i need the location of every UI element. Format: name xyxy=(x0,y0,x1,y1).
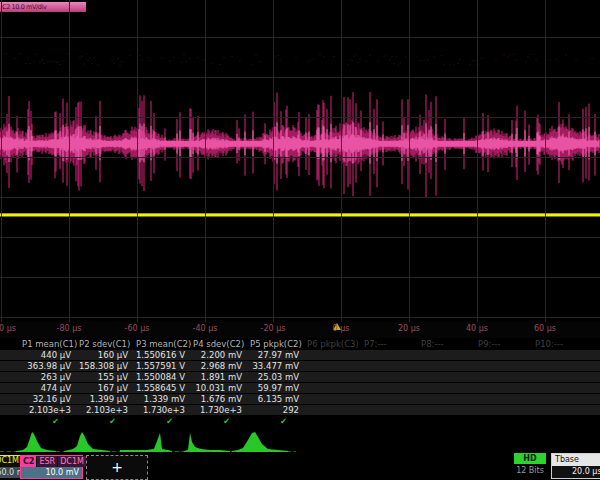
c2-channel-badge: C2 xyxy=(21,456,36,467)
table-row: 263 µV155 µV1.550084 V1.891 mV25.03 mV xyxy=(0,372,600,383)
grid-vline xyxy=(137,0,138,322)
histicon-shape xyxy=(184,433,230,452)
param-value xyxy=(305,350,362,360)
param-value xyxy=(476,361,533,371)
param-value: 1.730e+3 xyxy=(191,405,248,415)
param-status-check: ✔ xyxy=(191,416,248,427)
param-header[interactable]: P4 sdev(C2) xyxy=(191,339,248,350)
hd-bits-label: 12 Bits xyxy=(510,466,550,475)
table-row: 440 µV160 µV1.550616 V2.200 mV27.97 mV xyxy=(0,350,600,361)
timebase-scale: 20.0 µs/div xyxy=(552,466,600,478)
param-header[interactable]: P6 pkpk(C3) xyxy=(305,339,362,350)
param-value: 25.03 mV xyxy=(248,372,305,382)
param-header[interactable]: P2 sdev(C1) xyxy=(77,339,134,350)
grid-vline xyxy=(273,0,274,322)
param-value xyxy=(476,405,533,415)
time-ruler-label: 20 µs xyxy=(398,324,420,333)
param-value: 440 µV xyxy=(20,350,77,360)
param-value: 160 µV xyxy=(77,350,134,360)
table-row: 363.98 µV158.308 µV1.557591 V2.968 mV33.… xyxy=(0,361,600,372)
param-value xyxy=(533,350,590,360)
time-ruler: -100 µs-80 µs-60 µs-40 µs-20 µs0 µs20 µs… xyxy=(0,322,600,338)
histicon-p1[interactable] xyxy=(16,430,56,452)
c2-trace-label[interactable]: C2 10.0 mV/div xyxy=(0,2,86,12)
oscilloscope-screen: C2 10.0 mV/div -100 µs-80 µs-60 µs-40 µs… xyxy=(0,0,600,480)
param-header[interactable]: P1 mean(C1) xyxy=(20,339,77,350)
param-value xyxy=(362,372,419,382)
graticule[interactable]: C2 10.0 mV/div xyxy=(0,0,600,322)
bottom-bar: DC1M 50.0 mV C2 ESR DC1M 10.0 mV + HD 12… xyxy=(0,455,600,480)
param-header[interactable]: P9:--- xyxy=(476,339,533,350)
param-status-check xyxy=(362,416,419,427)
param-status-check: ✔ xyxy=(248,416,305,427)
param-status-check xyxy=(419,416,476,427)
c2-descriptor[interactable]: C2 ESR DC1M 10.0 mV xyxy=(20,455,83,479)
add-trace-button[interactable]: + xyxy=(86,455,148,480)
param-value xyxy=(476,383,533,393)
grid-vline xyxy=(69,0,70,322)
param-value xyxy=(305,405,362,415)
param-header[interactable]: P5 pkpk(C2) xyxy=(248,339,305,350)
param-value: 167 µV xyxy=(77,383,134,393)
grid-vline xyxy=(1,0,2,322)
grid-hline xyxy=(0,277,600,278)
histicon-shape xyxy=(120,433,172,452)
param-value: 158.308 µV xyxy=(77,361,134,371)
param-value: 2.200 mV xyxy=(191,350,248,360)
timebase-title: Tbase xyxy=(552,454,600,466)
param-status-check xyxy=(305,416,362,427)
histicon-p4[interactable] xyxy=(184,430,230,452)
time-ruler-label: -40 µs xyxy=(193,324,218,333)
grid-vline xyxy=(409,0,410,322)
param-value xyxy=(305,372,362,382)
hd-badge: HD xyxy=(514,453,546,464)
c2-descriptor-top: C2 ESR DC1M xyxy=(21,456,82,467)
param-value: 474 µV xyxy=(20,383,77,393)
grid-hline xyxy=(0,37,600,38)
param-value: 1.550616 V xyxy=(134,350,191,360)
param-value: 32.16 µV xyxy=(20,394,77,404)
time-ruler-label: -20 µs xyxy=(261,324,286,333)
c2-mode-badge: ESR xyxy=(37,456,57,467)
param-value xyxy=(362,383,419,393)
grid-hline xyxy=(0,117,600,118)
table-row: 474 µV167 µV1.558645 V10.031 mV59.97 mV xyxy=(0,383,600,394)
param-value: 1.557591 V xyxy=(134,361,191,371)
table-row: 2.103e+32.103e+31.730e+31.730e+3292 xyxy=(0,405,600,416)
param-header[interactable]: P3 mean(C2) xyxy=(134,339,191,350)
c2-coupling-badge: DC1M xyxy=(58,456,86,467)
param-value xyxy=(362,405,419,415)
time-ruler-label: -60 µs xyxy=(125,324,150,333)
grid-hline xyxy=(0,157,600,158)
param-value xyxy=(533,372,590,382)
param-status-check xyxy=(533,416,590,427)
time-ruler-label: 40 µs xyxy=(466,324,488,333)
param-value xyxy=(305,361,362,371)
time-ruler-label: 60 µs xyxy=(534,324,556,333)
param-value: 363.98 µV xyxy=(20,361,77,371)
param-value: 1.550084 V xyxy=(134,372,191,382)
param-value: 1.558645 V xyxy=(134,383,191,393)
histicon-shape xyxy=(64,432,110,452)
timebase-descriptor[interactable]: Tbase 20.0 µs/div xyxy=(551,453,600,479)
param-value xyxy=(419,394,476,404)
c2-persistence-speckle xyxy=(4,53,592,66)
param-value: 1.399 µV xyxy=(77,394,134,404)
param-header[interactable]: P7:--- xyxy=(362,339,419,350)
grid-hline xyxy=(0,237,600,238)
grid-vline xyxy=(341,0,342,322)
param-value: 263 µV xyxy=(20,372,77,382)
param-value xyxy=(419,383,476,393)
param-value: 6.135 mV xyxy=(248,394,305,404)
histicon-p3[interactable] xyxy=(120,430,172,452)
param-value xyxy=(362,361,419,371)
param-value xyxy=(419,372,476,382)
histicon-p2[interactable] xyxy=(64,430,110,452)
param-header[interactable]: P10:--- xyxy=(533,339,590,350)
param-header[interactable]: P8:--- xyxy=(419,339,476,350)
param-value xyxy=(476,394,533,404)
time-ruler-label: -100 µs xyxy=(0,324,16,333)
param-value: 2.968 mV xyxy=(191,361,248,371)
histicon-p5[interactable] xyxy=(232,430,288,452)
param-value: 1.339 mV xyxy=(134,394,191,404)
